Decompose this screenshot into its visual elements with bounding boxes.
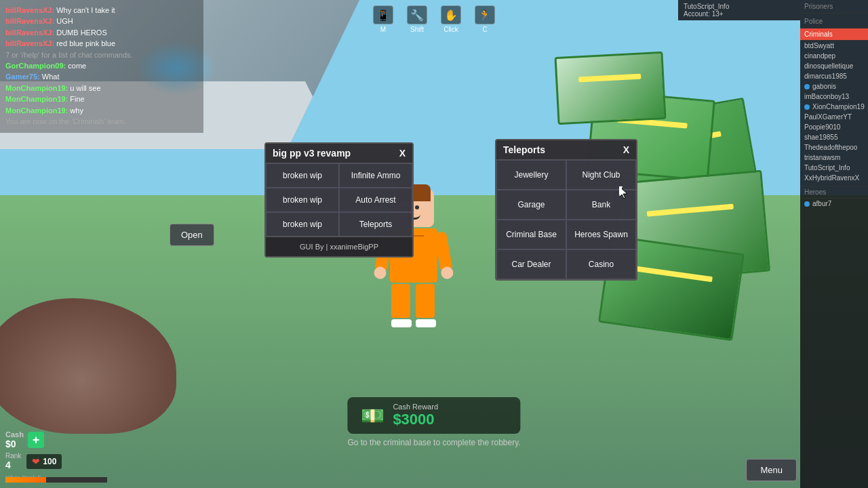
sidebar-item-dinosquelletique: dinosquelletique (800, 61, 868, 71)
tp-btn-garage[interactable]: Garage (496, 190, 566, 220)
sidebar-name-XxHybridRavenxX: XxHybridRavenxX (804, 174, 859, 182)
chat-text-9: Fine (70, 95, 84, 103)
sidebar-name-shae19855: shae19855 (804, 134, 838, 141)
sidebar-name-tristanawsm: tristanawsm (804, 154, 840, 161)
teleports-panel: Teleports X Jewellery Night Club Garage … (495, 139, 637, 281)
chat-name-9: MonChampion19: (5, 95, 68, 103)
bottom-hud: Cash $0 + Rank 4 ❤ 100 XP to Rank 5 (0, 425, 868, 488)
open-button[interactable]: Open (170, 224, 214, 246)
chat-msg-7: Gamer75: What (5, 72, 198, 82)
account-username: TutoScript_Info (684, 3, 795, 10)
chat-msg-11: You are now on the 'Criminals' team. (5, 117, 198, 127)
chat-name-7: Gamer75: (5, 73, 40, 81)
hud-mobile-icon: 📱 M (373, 5, 393, 33)
hud-click-icon: ✋ Click (441, 5, 461, 33)
tp-btn-criminal-base[interactable]: Criminal Base (496, 220, 566, 249)
sidebar-item-TutoScript_Info: TutoScript_Info (800, 163, 868, 173)
sidebar-criminals-label: Criminals (800, 28, 868, 41)
hp-value: 100 (43, 457, 56, 466)
shift-icon-img: 🔧 (407, 5, 427, 24)
tp-btn-night-club[interactable]: Night Club (566, 160, 636, 190)
sidebar-name-afbur7: afbur7 (812, 200, 831, 207)
mobile-icon-img: 📱 (373, 5, 393, 24)
sidebar-item-afbur7: afbur7 (800, 199, 868, 209)
hud-stats: Rank 4 ❤ 100 (5, 452, 62, 470)
cash-label: Cash (5, 430, 24, 439)
hud-shift-icon: 🔧 Shift (407, 5, 427, 33)
tp-grid: Jewellery Night Club Garage Bank Crimina… (496, 160, 636, 279)
top-hud: 📱 M 🔧 Shift ✋ Click 🏃 C (373, 5, 495, 33)
tp-title: Teleports (503, 144, 545, 155)
char-eye-right (415, 205, 419, 209)
sidebar-item-tristanawsm: tristanawsm (800, 152, 868, 163)
xp-fill (5, 477, 46, 483)
char-leg-right (416, 284, 436, 327)
chat-msg-5: 7 or '/help' for a list of chat commands… (5, 50, 198, 60)
chat-text-8: u will see (70, 84, 100, 92)
xp-bar (5, 477, 107, 483)
char-legs (390, 284, 437, 327)
rank-label: Rank (5, 452, 21, 460)
tp-close-button[interactable]: X (623, 144, 629, 155)
chat-msg-9: MonChampion19: Fine (5, 94, 198, 104)
chat-system-2: You are now on the 'Criminals' team. (5, 117, 126, 125)
chat-text-7: What (42, 73, 60, 81)
cash-info: Cash $0 (5, 430, 24, 449)
chat-msg-10: MonChampion19: why (5, 106, 198, 116)
tp-btn-car-dealer[interactable]: Car Dealer (496, 249, 566, 279)
tp-btn-casino[interactable]: Casino (566, 249, 636, 279)
chat-text-1: Why can't I take it (56, 6, 115, 14)
heart-icon: ❤ (32, 456, 40, 467)
sidebar-name-dinosquelletique: dinosquelletique (804, 62, 853, 70)
account-info: TutoScript_Info Account: 13+ (678, 0, 800, 20)
sidebar-item-gabonis: gabonis (800, 81, 868, 92)
sidebar-item-shae19855: shae19855 (800, 132, 868, 142)
hp-display: ❤ 100 (26, 454, 62, 469)
gui-btn-broken-wip-3[interactable]: broken wip (266, 212, 339, 237)
sidebar-name-cinandpep: cinandpep (804, 52, 835, 60)
gui-close-button[interactable]: X (399, 148, 406, 159)
money-icon: 💵 (361, 405, 384, 427)
gui-btn-broken-wip-1[interactable]: broken wip (266, 163, 339, 188)
sidebar-item-dimarcus1985: dimarcus1985 (800, 71, 868, 81)
gui-btn-broken-wip-2[interactable]: broken wip (266, 188, 339, 212)
tp-btn-bank[interactable]: Bank (566, 190, 636, 220)
right-sidebar: Prisoners Police Criminals btdSwyatt cin… (800, 0, 868, 488)
sidebar-name-PaulXGamerYT: PaulXGamerYT (804, 113, 852, 121)
click-icon-label: Click (443, 26, 458, 33)
gui-btn-teleports[interactable]: Teleports (339, 212, 412, 237)
gui-btn-infinite-ammo[interactable]: Infinite Ammo (339, 163, 412, 188)
sidebar-item-PaulXGamerYT: PaulXGamerYT (800, 112, 868, 122)
chat-name-1: billRavensXJ: (5, 6, 54, 14)
gui-btn-auto-arrest[interactable]: Auto Arrest (339, 188, 412, 212)
sidebar-item-XxHybridRavenxX: XxHybridRavenxX (800, 173, 868, 183)
chat-text-3: DUMB HEROS (56, 28, 107, 37)
tp-btn-jewellery[interactable]: Jewellery (496, 160, 566, 190)
sidebar-item-imBaconboy13: imBaconboy13 (800, 92, 868, 102)
chat-panel: billRavensXJ: Why can't I take it billRa… (0, 0, 203, 133)
chat-text-4: red blue pink blue (56, 39, 115, 47)
menu-button[interactable]: Menu (746, 459, 797, 481)
rank-info: Rank 4 (5, 452, 21, 470)
cash-add-button[interactable]: + (28, 432, 44, 448)
sidebar-name-btdSwyatt: btdSwyatt (804, 42, 834, 49)
chat-name-3: billRavensXJ: (5, 28, 54, 37)
chat-text-6: come (68, 62, 86, 70)
hud-c-icon: 🏃 C (475, 5, 495, 33)
chat-msg-2: billRavensXJ: UGH (5, 16, 198, 26)
gui-row-1: broken wip Infinite Ammo (266, 163, 412, 188)
sidebar-item-cinandpep: cinandpep (800, 51, 868, 61)
cash-row: Cash $0 + (5, 430, 62, 449)
gui-panel: big pp v3 revamp X broken wip Infinite A… (264, 142, 414, 258)
sidebar-name-TutoScript_Info: TutoScript_Info (804, 164, 850, 171)
click-icon-img: ✋ (441, 5, 461, 24)
cash-amount: $0 (5, 439, 24, 449)
chat-msg-1: billRavensXJ: Why can't I take it (5, 5, 198, 16)
chat-msg-3: billRavensXJ: DUMB HEROS (5, 28, 198, 38)
gui-row-2: broken wip Auto Arrest (266, 188, 412, 212)
chat-msg-8: MonChampion19: u will see (5, 83, 198, 94)
tp-title-bar: Teleports X (496, 140, 636, 160)
tp-btn-heroes-spawn[interactable]: Heroes Spawn (566, 220, 636, 249)
rank-value: 4 (5, 460, 21, 470)
chat-text-2: UGH (56, 17, 73, 25)
